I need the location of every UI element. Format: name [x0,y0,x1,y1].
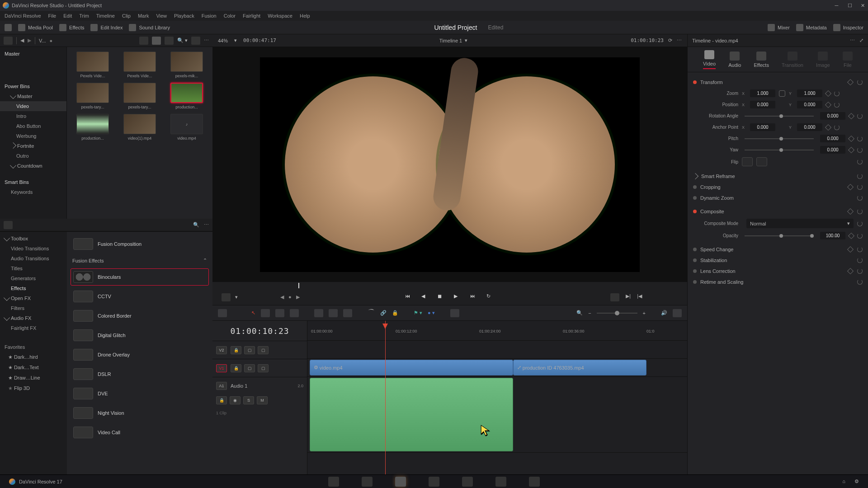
keyframe-icon[interactable] [847,208,854,215]
favorite-item[interactable]: ★ Draw…Line [0,373,67,383]
enable-dot[interactable] [693,80,697,84]
clip-item[interactable]: pexels-mik... [165,52,208,78]
overwrite-button[interactable] [329,309,338,317]
keyframe-icon[interactable] [847,268,854,274]
media-pool-button[interactable]: Media Pool [18,24,53,31]
enable-dot[interactable] [693,196,697,200]
keyframe-icon[interactable] [847,79,854,85]
track-header-v1[interactable]: V1 🔒 ▢ ▢ [212,359,307,377]
flip-h-button[interactable] [742,157,753,166]
bin-view-button[interactable] [4,37,13,45]
reset-icon[interactable] [857,268,863,274]
play-button[interactable]: ▶ [454,293,462,301]
fx-item[interactable]: Video Call [71,424,209,441]
timeline-clip[interactable]: ⤢ production ID 4763035.mp4 [513,360,646,375]
minimize-button[interactable]: ─ [834,3,839,8]
menu-item[interactable]: Trim [79,13,89,19]
menu-item[interactable]: Workspace [268,13,292,19]
more-icon[interactable]: ⋯ [677,38,682,43]
more-icon[interactable]: ⋯ [204,38,209,43]
menu-item[interactable]: Mark [138,13,149,19]
bin-item[interactable]: Werbung [0,131,66,141]
reset-icon[interactable] [857,174,863,179]
favorite-item[interactable]: ★ Dark…hird [0,352,67,362]
selection-tool[interactable]: ↖ [251,310,255,316]
menu-item[interactable]: Color [224,13,236,19]
fx-item[interactable]: Drone Overlay [71,346,209,363]
layout-button[interactable] [5,24,12,31]
stabilization-header[interactable]: Stabilization [692,255,863,266]
clip-item[interactable]: production... [71,114,114,141]
keyframe-icon[interactable] [825,124,831,130]
link-button[interactable]: 🔗 [380,310,387,316]
mute-button[interactable]: M [257,396,268,404]
favorite-item[interactable]: ★ Flip 3D [0,383,67,394]
go-end-button[interactable]: ⏭ [470,293,478,301]
home-icon[interactable]: ⌂ [842,479,845,484]
arm-button[interactable]: ◉ [230,396,241,404]
clip-item[interactable]: ♪video.mp4 [165,114,208,141]
match-frame-button[interactable] [610,293,619,301]
effects-button[interactable]: Effects [59,24,84,31]
retime-header[interactable]: Retime and Scaling [692,277,863,287]
keyframe-icon[interactable] [848,135,854,141]
track-v2[interactable] [307,341,687,359]
zoom-slider[interactable] [597,313,637,314]
reset-icon[interactable] [857,184,863,190]
clip-item[interactable]: video(1).mp4 [118,114,161,141]
zoom-level[interactable]: 44% [218,38,228,43]
reset-icon[interactable] [834,125,840,130]
lock-icon[interactable]: 🔒 [231,364,241,372]
composite-mode-select[interactable]: Normal▾ [746,219,854,228]
menu-item[interactable]: Help [300,13,310,19]
anchor-y-input[interactable] [797,123,822,131]
more-icon[interactable]: ⋯ [204,222,209,228]
fx-tree-item[interactable]: Audio FX [0,313,67,323]
track-header-v2[interactable]: V2 🔒 ▢ ▢ [212,341,307,359]
reset-icon[interactable] [857,258,863,263]
fx-tree-item[interactable]: Audio Transitions [0,253,67,263]
step-back-button[interactable]: ◀ [421,293,429,301]
replace-button[interactable] [343,309,352,317]
tab-video[interactable]: Video [703,50,716,69]
zoom-tool[interactable]: 🔍 [576,310,583,316]
reset-icon[interactable] [857,159,863,164]
close-button[interactable]: ✕ [860,3,865,8]
fx-item[interactable]: DSLR [71,366,209,383]
maximize-button[interactable]: ☐ [847,3,852,8]
track-a1-label[interactable]: A1 [216,382,227,390]
mixer-button[interactable]: Mixer [768,24,790,31]
opacity-input[interactable] [820,232,845,239]
solo-button[interactable]: S [243,396,254,404]
meters-button[interactable] [673,309,682,317]
index-button[interactable] [450,309,459,317]
reset-icon[interactable] [834,102,840,108]
zoom-in-button[interactable]: + [643,310,646,316]
fx-tree-item[interactable]: Open FX [0,293,67,303]
opacity-slider[interactable] [745,235,814,236]
rotation-slider[interactable] [745,116,814,117]
auto-select-button[interactable]: ▢ [244,346,255,354]
next-edit-icon[interactable]: ▶| [626,293,631,301]
disable-button[interactable]: ▢ [258,346,269,354]
reset-icon[interactable] [857,113,863,119]
go-start-button[interactable]: ⏮ [405,293,413,301]
media-page[interactable] [328,477,339,487]
track-v1-label[interactable]: V1 [216,364,227,372]
fx-section-header[interactable]: Fusion Effects⌃ [71,255,209,266]
auto-select-button[interactable]: ▢ [244,364,255,372]
lock-icon[interactable]: 🔒 [231,346,241,354]
enable-dot[interactable] [693,258,697,262]
zoom-x-input[interactable] [750,89,775,97]
reset-icon[interactable] [857,279,863,285]
trim-tool[interactable] [261,309,270,317]
pos-y-input[interactable] [797,101,822,108]
fx-tree-item[interactable]: Toolbox [0,234,67,244]
color-page[interactable] [462,477,473,487]
stop-button[interactable]: ◼ [438,293,446,301]
volume-icon[interactable]: 🔊 [661,310,667,316]
edit-page[interactable] [395,477,406,487]
zoom-y-input[interactable] [797,89,822,97]
track-v1[interactable]: ⚙ video.mp4 ⤢ production ID 4763035.mp4 [307,359,687,377]
menu-item[interactable]: Clip [122,13,131,19]
